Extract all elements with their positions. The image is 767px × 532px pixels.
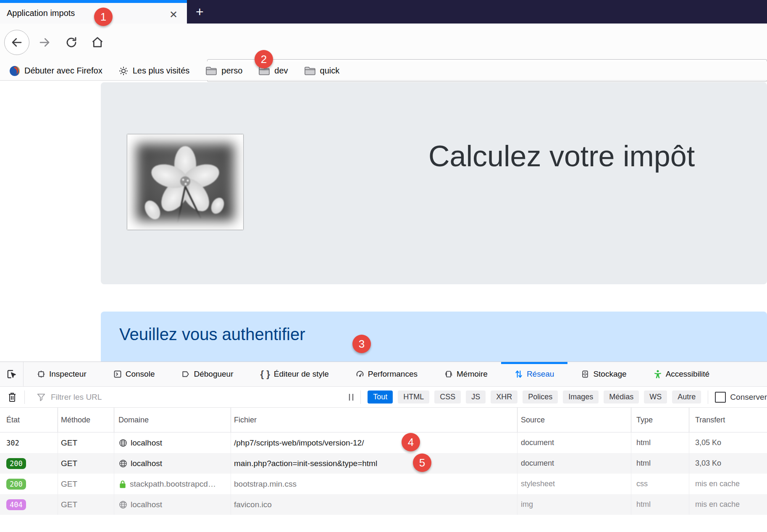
cause: document <box>521 459 554 468</box>
bookmark-les-plus-visites[interactable]: Les plus visités <box>118 66 190 76</box>
column-header-source[interactable]: Source <box>517 408 631 432</box>
funnel-icon <box>37 393 46 402</box>
type: html <box>636 438 651 447</box>
transfer: mis en cache <box>695 480 740 488</box>
flower-image <box>127 134 243 230</box>
tab-stockage[interactable]: Stockage <box>567 362 640 386</box>
network-arrows-icon <box>515 370 523 379</box>
auth-alert-text: Veuillez vous authentifier <box>119 325 305 344</box>
tab-title: Application impots <box>7 8 75 18</box>
folder-icon <box>205 66 217 76</box>
tab-memoire[interactable]: Mémoire <box>431 362 501 386</box>
file: /php7/scripts-web/impots/version-12/ <box>234 438 364 448</box>
bookmark-label: dev <box>274 66 288 76</box>
column-header-fichier[interactable]: Fichier <box>231 408 517 432</box>
domain: localhost <box>131 500 162 509</box>
transfer: mis en cache <box>695 500 740 509</box>
new-tab-button[interactable]: + <box>196 4 204 20</box>
filter-pill-images[interactable]: Images <box>563 390 599 404</box>
accessibility-icon <box>654 370 662 379</box>
tab-close-icon[interactable]: ✕ <box>169 9 178 21</box>
annotation-badge-4: 4 <box>402 433 420 451</box>
gauge-icon <box>356 370 364 378</box>
filter-pill-autre[interactable]: Autre <box>672 390 701 404</box>
cause: img <box>521 500 533 509</box>
status-code: 200 <box>6 479 26 490</box>
tab-editeur-de-style[interactable]: { } Éditeur de style <box>247 362 342 386</box>
filter-pill-html[interactable]: HTML <box>398 390 429 404</box>
type: html <box>636 459 651 468</box>
cause: stylesheet <box>521 480 555 488</box>
tab-accessibilite[interactable]: Accessibilité <box>640 362 723 386</box>
url-filter-input[interactable]: Filtrer les URL <box>25 393 342 402</box>
column-header-type[interactable]: Type <box>631 408 689 432</box>
type: html <box>636 500 651 509</box>
tab-label: Stockage <box>593 370 626 379</box>
network-table-header: État Méthode Domaine Fichier Source Type… <box>0 408 767 432</box>
tab-label: Inspecteur <box>49 370 87 379</box>
filter-pill-xhr[interactable]: XHR <box>491 390 517 404</box>
braces-icon: { } <box>260 369 270 380</box>
tab-reseau[interactable]: Réseau <box>501 362 568 386</box>
request-row[interactable]: 200 GET localhost main.php?action=init-s… <box>0 453 767 474</box>
annotation-badge-3: 3 <box>352 335 371 353</box>
cause: document <box>521 438 554 447</box>
persist-logs-checkbox[interactable] <box>715 392 726 403</box>
tab-label: Débogueur <box>194 370 233 379</box>
file: bootstrap.min.css <box>234 480 297 489</box>
file: favicon.ico <box>234 500 272 509</box>
tab-console[interactable]: Console <box>100 362 168 386</box>
tab-performances[interactable]: Performances <box>342 362 431 386</box>
bookmark-folder-quick[interactable]: quick <box>304 66 340 76</box>
method: GET <box>61 459 77 468</box>
column-header-etat[interactable]: État <box>0 408 58 432</box>
clear-requests-button[interactable] <box>0 392 24 403</box>
bookmark-folder-perso[interactable]: perso <box>205 66 242 76</box>
firefox-icon <box>9 66 20 76</box>
folder-icon <box>304 66 316 76</box>
memory-chip-icon <box>444 370 453 378</box>
persist-logs-toggle[interactable]: Conserver <box>708 392 767 403</box>
tab-debogueur[interactable]: Débogueur <box>168 362 247 386</box>
tab-label: Console <box>126 370 155 379</box>
file: main.php?action=init-session&type=html <box>234 459 377 468</box>
bookmark-label: Les plus visités <box>133 66 190 76</box>
devtools-tabbar: Inspecteur Console Débogueur { } Éditeur… <box>0 362 767 387</box>
bookmark-debuter-avec-firefox[interactable]: Débuter avec Firefox <box>9 66 102 76</box>
gear-icon <box>118 66 129 76</box>
browser-tab[interactable]: Application impots ✕ <box>0 0 187 24</box>
filter-pill-css[interactable]: CSS <box>434 390 461 404</box>
tab-strip: Application impots ✕ + <box>0 0 767 24</box>
filter-pill-medias[interactable]: Médias <box>604 390 639 404</box>
column-header-transfert[interactable]: Transfert <box>689 408 767 432</box>
back-button[interactable] <box>4 24 30 61</box>
filter-pill-tout[interactable]: Tout <box>368 390 393 404</box>
annotation-badge-1: 1 <box>94 8 113 26</box>
secure-lock-icon <box>118 480 127 489</box>
tab-label: Accessibilité <box>666 370 710 379</box>
annotation-badge-5: 5 <box>413 453 431 472</box>
pause-log-button[interactable] <box>342 392 360 402</box>
filter-pill-js[interactable]: JS <box>466 390 486 404</box>
pick-element-button[interactable] <box>0 362 24 386</box>
forward-button[interactable] <box>34 24 55 61</box>
bookmark-label: quick <box>320 66 340 76</box>
storage-icon <box>581 370 589 378</box>
request-row[interactable]: 302 GET localhost /php7/scripts-web/impo… <box>0 432 767 453</box>
filter-pill-ws[interactable]: WS <box>644 390 667 404</box>
home-button[interactable] <box>87 24 108 61</box>
tab-inspecteur[interactable]: Inspecteur <box>24 362 100 386</box>
reload-button[interactable] <box>61 24 81 61</box>
status-code: 302 <box>6 439 19 447</box>
globe-icon <box>118 459 128 468</box>
status-code: 200 <box>6 458 26 469</box>
column-header-methode[interactable]: Méthode <box>58 408 114 432</box>
request-row[interactable]: 200 GET stackpath.bootstrapcd… bootstrap… <box>0 474 767 494</box>
request-row[interactable]: 404 GET localhost favicon.ico img html m… <box>0 494 767 515</box>
tab-label: Éditeur de style <box>274 370 329 379</box>
filter-pill-polices[interactable]: Polices <box>523 390 558 404</box>
devtools-panel: Inspecteur Console Débogueur { } Éditeur… <box>0 362 767 532</box>
column-header-domaine[interactable]: Domaine <box>114 408 231 432</box>
page-title: Calculez votre impôt <box>428 139 695 173</box>
status-code: 404 <box>6 499 26 510</box>
